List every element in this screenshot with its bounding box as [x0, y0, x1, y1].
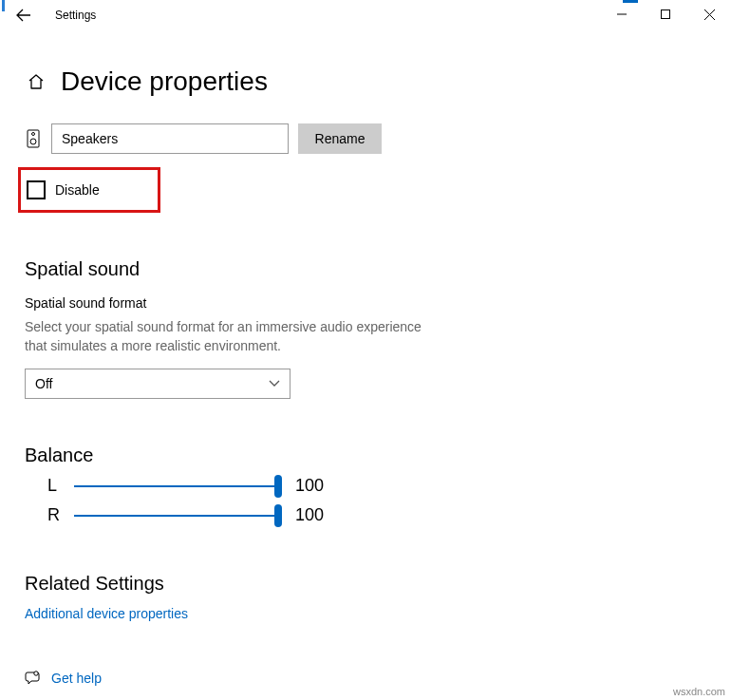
balance-right-row: R 100: [47, 505, 706, 525]
get-help-link[interactable]: Get help: [51, 671, 102, 686]
balance-right-label: R: [47, 505, 74, 525]
svg-rect-0: [662, 10, 670, 19]
spatial-description: Select your spatial sound format for an …: [25, 318, 442, 355]
page-title: Device properties: [61, 66, 268, 97]
back-arrow-icon: [16, 8, 31, 23]
spatial-format-select[interactable]: Off: [25, 369, 291, 399]
window-controls: [600, 0, 731, 28]
close-icon: [704, 9, 715, 20]
rename-row: Rename: [25, 123, 706, 154]
spatial-select-value: Off: [35, 376, 52, 391]
get-help-row: Get help: [25, 671, 706, 686]
close-button[interactable]: [687, 0, 731, 28]
watermark: wsxdn.com: [673, 686, 725, 697]
home-button[interactable]: [25, 70, 47, 93]
disable-highlight-box: Disable: [18, 167, 160, 213]
balance-left-label: L: [47, 476, 74, 496]
maximize-icon: [661, 9, 670, 19]
window-title: Settings: [55, 9, 96, 22]
minimize-button[interactable]: [600, 0, 644, 28]
minimize-icon: [617, 9, 627, 19]
additional-properties-link[interactable]: Additional device properties: [25, 606, 706, 621]
balance-right-value: 100: [295, 505, 324, 525]
spatial-format-label: Spatial sound format: [25, 295, 706, 311]
rename-button[interactable]: Rename: [298, 123, 382, 154]
slider-thumb[interactable]: [274, 475, 282, 498]
balance-left-value: 100: [295, 476, 324, 496]
related-settings-title: Related Settings: [25, 573, 706, 595]
home-icon: [28, 73, 45, 90]
disable-checkbox[interactable]: [27, 180, 46, 199]
chat-help-icon: [25, 671, 42, 686]
svg-point-4: [34, 672, 38, 675]
page-header: Device properties: [25, 66, 706, 97]
slider-thumb[interactable]: [274, 504, 282, 527]
spatial-sound-title: Spatial sound: [25, 258, 706, 280]
svg-point-3: [30, 139, 36, 144]
speaker-icon: [27, 129, 40, 148]
balance-title: Balance: [25, 445, 706, 466]
speaker-icon-wrap: [25, 129, 42, 148]
maximize-button[interactable]: [644, 0, 687, 28]
balance-left-slider[interactable]: [74, 485, 278, 487]
chevron-down-icon: [269, 380, 280, 388]
content-area: Device properties Rename Disable Spatial…: [0, 30, 731, 700]
back-button[interactable]: [9, 1, 38, 29]
svg-point-2: [32, 133, 35, 136]
balance-right-slider[interactable]: [74, 515, 278, 517]
balance-left-row: L 100: [47, 476, 706, 496]
device-name-input[interactable]: [51, 123, 289, 154]
left-accent-bar: [2, 0, 5, 11]
disable-label: Disable: [55, 182, 100, 198]
help-icon-wrap: [25, 671, 51, 686]
